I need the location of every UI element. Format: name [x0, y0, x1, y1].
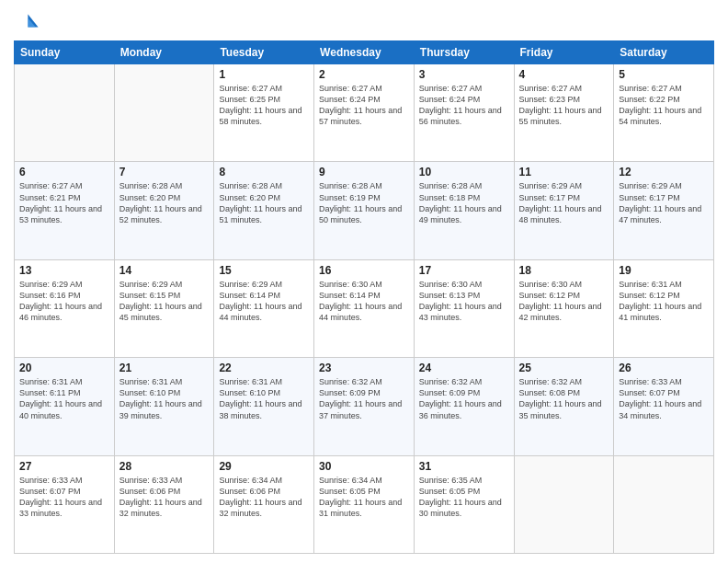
cell-content: Sunset: 6:19 PM [319, 192, 409, 203]
cell-content: Sunset: 6:17 PM [519, 192, 609, 203]
cell-content: Daylight: 11 hours and 46 minutes. [19, 301, 109, 323]
cell-content: Daylight: 11 hours and 33 minutes. [19, 497, 109, 519]
column-header-friday: Friday [514, 41, 614, 64]
day-number: 11 [519, 166, 609, 178]
day-number: 29 [219, 460, 309, 473]
cell-content: Daylight: 11 hours and 38 minutes. [219, 398, 309, 420]
cell-content: Daylight: 11 hours and 48 minutes. [519, 203, 609, 225]
cell-content: Daylight: 11 hours and 34 minutes. [619, 398, 709, 420]
day-number: 30 [319, 460, 409, 473]
cell-content: Daylight: 11 hours and 39 minutes. [119, 398, 210, 420]
day-number: 4 [519, 68, 609, 81]
calendar-cell: 31Sunrise: 6:35 AMSunset: 6:05 PMDayligh… [414, 455, 514, 553]
cell-content: Sunrise: 6:31 AM [619, 279, 709, 290]
calendar-cell [514, 455, 614, 553]
cell-content: Sunrise: 6:29 AM [219, 279, 309, 290]
cell-content: Daylight: 11 hours and 44 minutes. [219, 301, 309, 323]
cell-content: Sunset: 6:11 PM [19, 387, 109, 398]
calendar-cell: 24Sunrise: 6:32 AMSunset: 6:09 PMDayligh… [414, 358, 514, 455]
cell-content: Sunset: 6:16 PM [19, 290, 109, 301]
calendar-cell: 3Sunrise: 6:27 AMSunset: 6:24 PMDaylight… [414, 64, 514, 162]
cell-content: Sunset: 6:05 PM [419, 486, 509, 497]
calendar-cell: 23Sunrise: 6:32 AMSunset: 6:09 PMDayligh… [314, 358, 415, 455]
day-number: 10 [419, 166, 509, 178]
cell-content: Sunset: 6:07 PM [19, 486, 109, 497]
calendar-cell: 14Sunrise: 6:29 AMSunset: 6:15 PMDayligh… [114, 259, 214, 357]
cell-content: Sunset: 6:23 PM [519, 94, 609, 105]
cell-content: Sunrise: 6:30 AM [519, 279, 609, 290]
day-number: 21 [119, 362, 210, 374]
calendar-cell: 1Sunrise: 6:27 AMSunset: 6:25 PMDaylight… [214, 64, 314, 162]
calendar-cell: 8Sunrise: 6:28 AMSunset: 6:20 PMDaylight… [214, 162, 314, 259]
cell-content: Sunrise: 6:33 AM [619, 376, 709, 387]
calendar-cell: 2Sunrise: 6:27 AMSunset: 6:24 PMDaylight… [314, 64, 415, 162]
calendar-cell: 25Sunrise: 6:32 AMSunset: 6:08 PMDayligh… [514, 358, 614, 455]
column-header-sunday: Sunday [15, 41, 115, 64]
cell-content: Sunrise: 6:31 AM [219, 376, 309, 387]
day-number: 14 [119, 264, 210, 277]
day-number: 27 [19, 460, 109, 473]
day-number: 28 [119, 460, 210, 473]
cell-content: Daylight: 11 hours and 35 minutes. [519, 398, 609, 420]
column-header-tuesday: Tuesday [214, 41, 314, 64]
cell-content: Daylight: 11 hours and 30 minutes. [419, 497, 509, 519]
calendar-cell: 30Sunrise: 6:34 AMSunset: 6:05 PMDayligh… [314, 455, 415, 553]
cell-content: Daylight: 11 hours and 52 minutes. [119, 203, 210, 225]
cell-content: Sunrise: 6:27 AM [519, 83, 609, 94]
day-number: 15 [219, 264, 309, 277]
cell-content: Sunset: 6:09 PM [319, 387, 409, 398]
cell-content: Daylight: 11 hours and 45 minutes. [119, 301, 210, 323]
cell-content: Daylight: 11 hours and 37 minutes. [319, 398, 409, 420]
cell-content: Daylight: 11 hours and 53 minutes. [19, 203, 109, 225]
page: SundayMondayTuesdayWednesdayThursdayFrid… [0, 0, 728, 563]
cell-content: Sunrise: 6:27 AM [219, 83, 309, 94]
calendar-week-2: 6Sunrise: 6:27 AMSunset: 6:21 PMDaylight… [15, 162, 714, 259]
cell-content: Sunset: 6:24 PM [419, 94, 509, 105]
day-number: 31 [419, 460, 509, 473]
day-number: 23 [319, 362, 409, 374]
calendar-cell: 19Sunrise: 6:31 AMSunset: 6:12 PMDayligh… [614, 259, 714, 357]
calendar-cell: 10Sunrise: 6:28 AMSunset: 6:18 PMDayligh… [414, 162, 514, 259]
cell-content: Sunset: 6:08 PM [519, 387, 609, 398]
cell-content: Sunrise: 6:29 AM [19, 279, 109, 290]
cell-content: Sunrise: 6:29 AM [519, 180, 609, 191]
cell-content: Sunset: 6:22 PM [619, 94, 709, 105]
day-number: 17 [419, 264, 509, 277]
column-header-saturday: Saturday [614, 41, 714, 64]
day-number: 18 [519, 264, 609, 277]
cell-content: Sunrise: 6:32 AM [419, 376, 509, 387]
calendar-week-1: 1Sunrise: 6:27 AMSunset: 6:25 PMDaylight… [15, 64, 714, 162]
day-number: 1 [219, 68, 309, 81]
cell-content: Sunrise: 6:30 AM [319, 279, 409, 290]
day-number: 8 [219, 166, 309, 178]
cell-content: Sunset: 6:07 PM [619, 387, 709, 398]
cell-content: Sunset: 6:18 PM [419, 192, 509, 203]
calendar-cell: 20Sunrise: 6:31 AMSunset: 6:11 PMDayligh… [15, 358, 115, 455]
cell-content: Sunset: 6:05 PM [319, 486, 409, 497]
cell-content: Sunset: 6:20 PM [219, 192, 309, 203]
cell-content: Sunset: 6:12 PM [619, 290, 709, 301]
logo-icon [14, 9, 40, 35]
day-number: 2 [319, 68, 409, 81]
calendar-header-row: SundayMondayTuesdayWednesdayThursdayFrid… [15, 41, 714, 64]
day-number: 16 [319, 264, 409, 277]
cell-content: Sunrise: 6:32 AM [319, 376, 409, 387]
calendar-week-5: 27Sunrise: 6:33 AMSunset: 6:07 PMDayligh… [15, 455, 714, 553]
cell-content: Sunrise: 6:35 AM [419, 475, 509, 486]
cell-content: Sunrise: 6:33 AM [119, 475, 210, 486]
day-number: 3 [419, 68, 509, 81]
cell-content: Sunset: 6:25 PM [219, 94, 309, 105]
calendar-cell: 29Sunrise: 6:34 AMSunset: 6:06 PMDayligh… [214, 455, 314, 553]
cell-content: Sunset: 6:24 PM [319, 94, 409, 105]
cell-content: Daylight: 11 hours and 47 minutes. [619, 203, 709, 225]
cell-content: Sunset: 6:12 PM [519, 290, 609, 301]
day-number: 13 [19, 264, 109, 277]
cell-content: Daylight: 11 hours and 41 minutes. [619, 301, 709, 323]
day-number: 20 [19, 362, 109, 374]
day-number: 9 [319, 166, 409, 178]
cell-content: Daylight: 11 hours and 56 minutes. [419, 105, 509, 127]
cell-content: Sunset: 6:13 PM [419, 290, 509, 301]
calendar-cell: 16Sunrise: 6:30 AMSunset: 6:14 PMDayligh… [314, 259, 415, 357]
calendar-cell: 12Sunrise: 6:29 AMSunset: 6:17 PMDayligh… [614, 162, 714, 259]
cell-content: Daylight: 11 hours and 32 minutes. [119, 497, 210, 519]
